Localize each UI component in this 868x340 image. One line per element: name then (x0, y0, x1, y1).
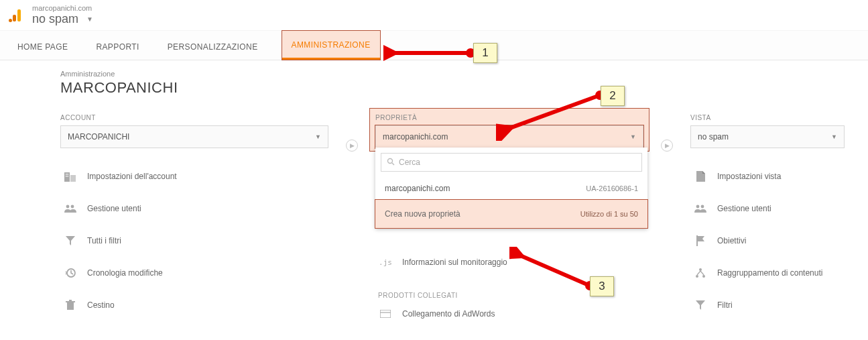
main-tabs: HOME PAGE RAPPORTI PERSONALIZZAZIONE AMM… (0, 31, 868, 60)
chevron-down-icon: ▼ (315, 133, 321, 140)
menu-label: Impostazioni dell'account (87, 172, 177, 181)
menu-user-management-view[interactable]: Gestione utenti (690, 195, 845, 222)
svg-rect-4 (70, 175, 76, 182)
svg-rect-0 (17, 9, 21, 21)
adwords-icon (378, 310, 393, 318)
svg-rect-3 (64, 172, 70, 182)
menu-label: Cestino (87, 300, 115, 310)
menu-label: Collegamento di AdWords (402, 309, 495, 319)
js-icon: .js (378, 258, 393, 267)
menu-label: Gestione utenti (87, 204, 141, 213)
search-icon (387, 158, 395, 168)
funnel-icon (693, 300, 708, 310)
svg-point-24 (702, 275, 705, 278)
analytics-logo-icon (8, 7, 25, 24)
tab-reports[interactable]: RAPPORTI (92, 33, 143, 60)
account-domain: marcopanichi.com (32, 4, 93, 12)
chevron-down-icon: ▼ (831, 133, 837, 140)
page-icon (693, 171, 708, 182)
svg-rect-13 (66, 301, 75, 302)
chevron-down-icon: ▼ (86, 15, 93, 23)
svg-line-25 (697, 271, 700, 275)
menu-view-filters[interactable]: Filtri (690, 292, 845, 319)
account-column: ACCOUNT MARCOPANICHI ▼ Impostazioni dell… (60, 114, 328, 327)
svg-line-16 (392, 163, 394, 165)
menu-label: Informazioni sul monitoraggio (402, 258, 507, 267)
menu-tracking-info[interactable]: .js Informazioni sul monitoraggio (375, 249, 643, 276)
account-dropdown[interactable]: MARCOPANICHI ▼ (60, 125, 328, 148)
property-dropdown-value: marcopanichi.com (383, 132, 448, 141)
svg-rect-1 (13, 15, 16, 21)
menu-goals[interactable]: Obiettivi (690, 227, 845, 254)
account-name: no spam (32, 12, 78, 26)
view-dropdown-value: no spam (698, 132, 729, 141)
property-col-label: PROPRIETÀ (375, 114, 643, 121)
tab-admin[interactable]: AMMINISTRAZIONE (282, 31, 380, 60)
property-dropdown[interactable]: marcopanichi.com ▼ (375, 125, 643, 148)
menu-label: Impostazioni vista (717, 172, 781, 181)
svg-rect-8 (68, 176, 69, 177)
admin-columns: ACCOUNT MARCOPANICHI ▼ Impostazioni dell… (0, 97, 868, 327)
breadcrumb-region: Amministrazione MARCOPANICHI (0, 60, 868, 97)
menu-label: Tutti i filtri (87, 236, 121, 245)
menu-view-settings[interactable]: Impostazioni vista (690, 163, 845, 190)
annotation-2: 2 (601, 86, 625, 106)
view-dropdown[interactable]: no spam ▼ (690, 125, 845, 148)
account-selector[interactable]: marcopanichi.com no spam ▼ (32, 4, 93, 26)
property-option-ua: UA-26160686-1 (586, 184, 638, 192)
property-dropdown-panel: Cerca marcopanichi.com UA-26160686-1 Cre… (375, 148, 647, 228)
breadcrumb-label: Amministrazione (60, 70, 868, 78)
chevron-right-icon: ▶ (661, 139, 673, 152)
svg-rect-5 (66, 174, 67, 175)
menu-all-filters[interactable]: Tutti i filtri (60, 227, 328, 254)
menu-account-settings[interactable]: Impostazioni dell'account (60, 163, 328, 190)
svg-point-20 (701, 205, 704, 209)
svg-point-19 (696, 205, 700, 209)
building-icon (63, 171, 78, 182)
menu-label: Cronologia modifiche (87, 268, 163, 278)
svg-rect-6 (68, 174, 69, 175)
view-column: VISTA no spam ▼ Impostazioni vista Gesti… (690, 114, 845, 327)
tab-home[interactable]: HOME PAGE (13, 33, 72, 60)
account-dropdown-value: MARCOPANICHI (68, 132, 129, 141)
property-option-name: marcopanichi.com (385, 184, 450, 193)
svg-point-22 (699, 268, 702, 271)
column-separator: ▶ (328, 114, 375, 327)
annotation-1: 1 (473, 43, 497, 63)
header-bar: marcopanichi.com no spam ▼ (0, 0, 868, 31)
funnel-icon (63, 235, 78, 246)
property-usage: Utilizzo di 1 su 50 (580, 210, 638, 218)
menu-label: Raggruppamento di contenuti (717, 268, 822, 278)
svg-rect-7 (66, 176, 67, 177)
account-col-label: ACCOUNT (60, 114, 328, 121)
grouping-icon (693, 268, 708, 278)
trash-icon (63, 300, 78, 310)
chevron-right-icon: ▶ (346, 139, 358, 152)
menu-label: Gestione utenti (717, 204, 771, 213)
svg-rect-17 (380, 310, 391, 318)
svg-point-23 (696, 275, 698, 278)
svg-rect-12 (67, 302, 74, 310)
create-property-label: Crea nuova proprietà (385, 209, 460, 219)
view-col-label: VISTA (690, 114, 845, 121)
chevron-down-icon: ▼ (630, 133, 636, 140)
svg-rect-14 (69, 300, 72, 301)
menu-label: Filtri (717, 300, 733, 310)
tab-customization[interactable]: PERSONALIZZAZIONE (164, 33, 262, 60)
svg-line-26 (700, 271, 704, 275)
menu-change-history[interactable]: Cronologia modifiche (60, 260, 328, 286)
breadcrumb-title: MARCOPANICHI (60, 79, 868, 97)
menu-content-grouping[interactable]: Raggruppamento di contenuti (690, 260, 845, 286)
search-placeholder: Cerca (399, 158, 420, 167)
menu-label: Obiettivi (717, 236, 746, 245)
svg-point-10 (71, 205, 74, 209)
property-option[interactable]: marcopanichi.com UA-26160686-1 (375, 177, 647, 200)
svg-point-2 (9, 19, 12, 22)
svg-point-15 (388, 158, 393, 163)
create-property-button[interactable]: Crea nuova proprietà Utilizzo di 1 su 50 (375, 200, 647, 228)
property-search-input[interactable]: Cerca (381, 153, 642, 172)
menu-trash[interactable]: Cestino (60, 292, 328, 319)
menu-adwords-linking[interactable]: Collegamento di AdWords (375, 300, 643, 327)
users-icon (63, 204, 78, 213)
menu-user-management-account[interactable]: Gestione utenti (60, 195, 328, 222)
